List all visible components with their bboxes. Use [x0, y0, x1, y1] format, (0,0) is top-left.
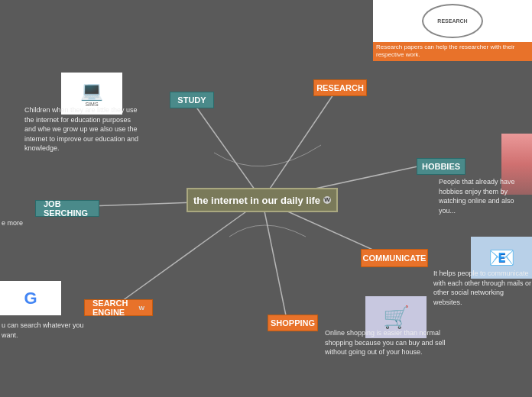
svg-line-4 — [262, 200, 287, 319]
google-image: G — [0, 281, 61, 315]
hobbies-node[interactable]: HOBBIES — [417, 158, 466, 175]
research-node[interactable]: RESEARCH — [313, 79, 367, 96]
laptop-icon: 💻 — [80, 80, 103, 102]
communicate-node[interactable]: COMMUNICATE — [361, 249, 428, 267]
central-node: the internet in our daily life W — [187, 188, 338, 212]
search-wiki-icon: W — [138, 305, 144, 311]
shopping-caption: Online shopping is easier than normal sh… — [325, 328, 459, 357]
hobbies-caption: People that already have hobbies enjoy t… — [439, 177, 530, 215]
svg-line-1 — [193, 103, 262, 200]
research-image: RESEARCH Research papers can help the re… — [373, 0, 532, 61]
wiki-icon: W — [323, 196, 331, 204]
email-icon: 📧 — [488, 245, 515, 270]
study-node[interactable]: STUDY — [170, 92, 214, 108]
communicate-caption: It helps people to communicate with each… — [433, 269, 532, 307]
research-caption: Research papers can help the researcher … — [373, 42, 532, 61]
central-label: the internet in our daily life — [193, 195, 320, 206]
study-caption: Children when they are little they use t… — [24, 105, 139, 153]
svg-line-5 — [117, 200, 262, 305]
google-g: G — [24, 289, 37, 308]
job-searching-node[interactable]: JOB SERCHING — [35, 200, 99, 217]
search-engine-caption: u can search whatever you want. — [2, 321, 93, 340]
svg-line-0 — [262, 90, 336, 200]
job-searching-caption: e more — [2, 218, 23, 228]
cart-icon: 🛒 — [383, 305, 410, 330]
shopping-node[interactable]: SHOPPING — [268, 315, 318, 331]
search-engine-node[interactable]: SEARCH ENGINE W — [84, 299, 153, 316]
research-circle: RESEARCH — [422, 4, 483, 38]
